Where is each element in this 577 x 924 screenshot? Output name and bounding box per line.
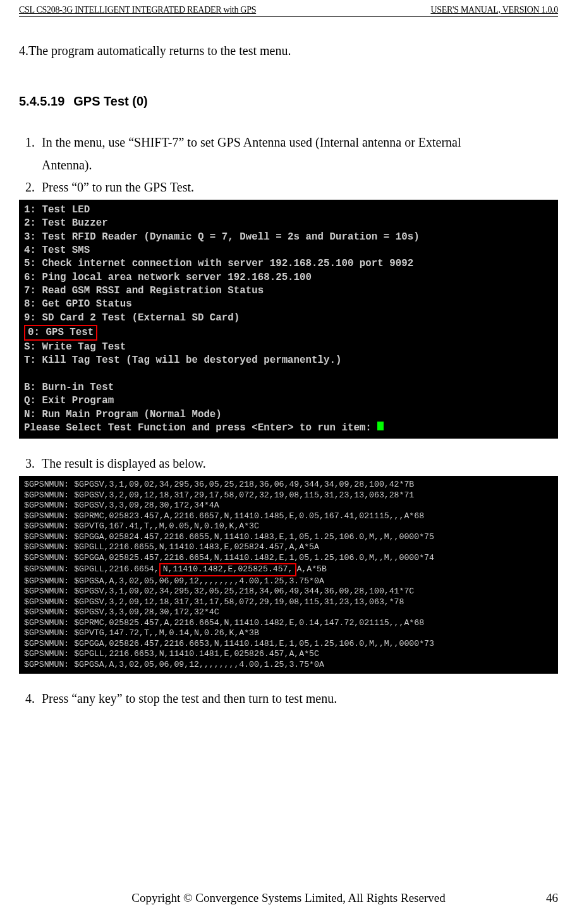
highlighted-gps-coordinates: N,11410.1482,E,025825.457, xyxy=(159,563,297,576)
prev-step-line: 4.The program automatically returns to t… xyxy=(19,42,558,59)
footer-copyright: Copyright © Convergence Systems Limited,… xyxy=(131,891,445,904)
cursor xyxy=(377,422,384,430)
section-num: 5.4.5.19 xyxy=(19,94,64,108)
highlighted-gps-test: 0: GPS Test xyxy=(24,325,97,341)
page-header: CSL CS208-3G INTELLIGENT INTEGRATED READ… xyxy=(19,5,558,17)
terminal-menu: 1: Test LED 2: Test Buzzer 3: Test RFID … xyxy=(19,200,558,439)
page-number: 46 xyxy=(546,891,558,905)
step-3: The result is displayed as below. xyxy=(38,456,558,471)
header-right: USER'S MANUAL, VERSION 1.0.0 xyxy=(430,5,558,15)
header-left: CSL CS208-3G INTELLIGENT INTEGRATED READ… xyxy=(19,5,256,15)
section-heading: 5.4.5.19GPS Test (0) xyxy=(19,94,558,109)
step-2: Press “0” to run the GPS Test. xyxy=(38,180,558,195)
step-4: Press “any key” to stop the test and the… xyxy=(38,691,558,706)
section-title: GPS Test (0) xyxy=(73,94,147,108)
step-1: In the menu, use “SHIFT-7” to set GPS An… xyxy=(38,131,558,176)
page-footer: Copyright © Convergence Systems Limited,… xyxy=(0,891,577,905)
terminal-result: $GPSNMUN: $GPGSV,3,1,09,02,34,295,36,05,… xyxy=(19,476,558,674)
